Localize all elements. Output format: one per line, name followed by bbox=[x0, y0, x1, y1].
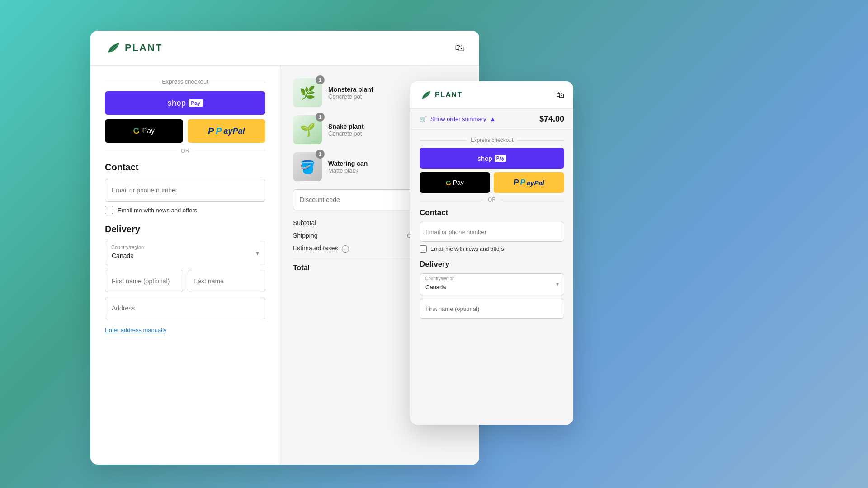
overlay-gpay-text: Pay bbox=[453, 179, 464, 186]
chevron-up-icon: ▲ bbox=[490, 116, 496, 122]
overlay-cart-button[interactable]: 🛍 bbox=[556, 90, 564, 100]
paypal-button[interactable]: P P ayPal bbox=[188, 119, 266, 143]
item-qty-badge-snake: 1 bbox=[316, 113, 325, 122]
overlay-first-name-input[interactable] bbox=[420, 299, 564, 319]
overlay-paypal-text: ayPal bbox=[527, 179, 544, 187]
delivery-section-title: Delivery bbox=[105, 224, 265, 235]
shoppay-badge: Pay bbox=[189, 99, 203, 107]
overlay-shoppay-badge: Pay bbox=[495, 155, 506, 162]
or-divider: OR bbox=[105, 147, 265, 154]
overlay-news-label: Email me with news and offers bbox=[430, 246, 504, 252]
logo-leaf-icon bbox=[105, 40, 121, 56]
email-news-row: Email me with news and offers bbox=[105, 206, 265, 214]
contact-section-title: Contact bbox=[105, 162, 265, 173]
first-name-input[interactable] bbox=[105, 270, 183, 292]
main-header: PLANT 🛍 bbox=[90, 31, 479, 66]
left-panel: Express checkout shop Pay G Pay P P ayPa… bbox=[90, 66, 280, 465]
enter-address-manually-link[interactable]: Enter address manually bbox=[105, 327, 167, 333]
overlay-country-wrapper: Country/region Canada United States ▾ bbox=[420, 273, 564, 295]
overlay-country-select[interactable]: Canada United States bbox=[420, 273, 564, 295]
payment-buttons-row: G Pay P P ayPal bbox=[105, 119, 265, 143]
overlay-paypal-button[interactable]: P P ayPal bbox=[494, 172, 564, 193]
cart-icon: 🛍 bbox=[455, 42, 465, 53]
show-order-label: Show order summary bbox=[430, 116, 486, 122]
email-phone-input[interactable] bbox=[105, 179, 265, 202]
overlay-shoppay-text: shop bbox=[477, 155, 492, 162]
subtotal-label: Subtotal bbox=[293, 219, 316, 226]
overlay-express-label: Express checkout bbox=[420, 137, 564, 143]
email-news-label: Email me with news and offers bbox=[118, 207, 197, 214]
cart-small-icon: 🛒 bbox=[420, 116, 427, 122]
overlay-pp2-icon: P bbox=[520, 178, 525, 187]
show-order-summary-bar[interactable]: 🛒 Show order summary ▲ $74.00 bbox=[410, 109, 573, 130]
address-input[interactable] bbox=[105, 297, 265, 319]
overlay-logo-text: PLANT bbox=[435, 91, 462, 99]
item-image-wrapper-watering: 🪣 1 bbox=[293, 152, 322, 181]
shoppay-button[interactable]: shop Pay bbox=[105, 91, 265, 115]
overlay-pp1-icon: P bbox=[514, 178, 519, 187]
taxes-info-icon[interactable]: i bbox=[342, 245, 349, 253]
overlay-payment-row: G Pay P P ayPal bbox=[420, 172, 564, 193]
shoppay-text: shop bbox=[167, 99, 186, 108]
express-checkout-label: Express checkout bbox=[105, 78, 265, 85]
overlay-header: PLANT 🛍 bbox=[410, 81, 573, 109]
logo-area: PLANT bbox=[105, 40, 162, 56]
overlay-contact-title: Contact bbox=[420, 208, 564, 217]
overlay-shoppay-button[interactable]: shop Pay bbox=[420, 148, 564, 169]
overlay-or-divider: OR bbox=[420, 197, 564, 203]
item-image-wrapper-monstera: 🌿 1 bbox=[293, 78, 322, 107]
google-g-icon: G bbox=[133, 127, 139, 136]
main-cart-button[interactable]: 🛍 bbox=[455, 42, 465, 54]
overlay-body: Express checkout shop Pay G Pay P P ayPa… bbox=[410, 130, 573, 425]
country-select[interactable]: Canada United States bbox=[105, 241, 265, 265]
overlay-email-input[interactable] bbox=[420, 222, 564, 242]
overlay-logo-area: PLANT bbox=[420, 89, 462, 101]
item-qty-badge-monstera: 1 bbox=[316, 75, 325, 84]
shipping-label: Shipping bbox=[293, 232, 318, 239]
paypal-p1-icon: P bbox=[208, 126, 214, 136]
overlay-checkout-card: PLANT 🛍 🛒 Show order summary ▲ $74.00 Ex… bbox=[410, 81, 573, 425]
order-total-price: $74.00 bbox=[539, 114, 564, 124]
overlay-cart-icon: 🛍 bbox=[556, 90, 564, 99]
email-news-checkbox[interactable] bbox=[105, 206, 113, 214]
taxes-label: Estimated taxes i bbox=[293, 244, 349, 253]
overlay-email-news-checkbox[interactable] bbox=[420, 245, 427, 253]
paypal-p2-icon: P bbox=[216, 126, 222, 136]
overlay-delivery-title: Delivery bbox=[420, 260, 564, 269]
overlay-leaf-icon bbox=[420, 89, 432, 101]
main-logo-text: PLANT bbox=[125, 42, 162, 54]
overlay-email-news-row: Email me with news and offers bbox=[420, 245, 564, 253]
total-label: Total bbox=[293, 264, 310, 272]
gpay-button[interactable]: G Pay bbox=[105, 119, 183, 143]
last-name-input[interactable] bbox=[188, 270, 266, 292]
overlay-gpay-button[interactable]: G Pay bbox=[420, 172, 490, 193]
country-select-wrapper: Country/region Canada United States ▾ bbox=[105, 241, 265, 265]
item-image-wrapper-snake: 🌱 1 bbox=[293, 115, 322, 144]
item-qty-badge-watering: 1 bbox=[316, 150, 325, 159]
name-fields-row bbox=[105, 270, 265, 292]
show-order-left: 🛒 Show order summary ▲ bbox=[420, 116, 495, 122]
paypal-label: ayPal bbox=[224, 127, 245, 136]
overlay-g-icon: G bbox=[446, 179, 451, 187]
gpay-text: Pay bbox=[142, 127, 155, 135]
